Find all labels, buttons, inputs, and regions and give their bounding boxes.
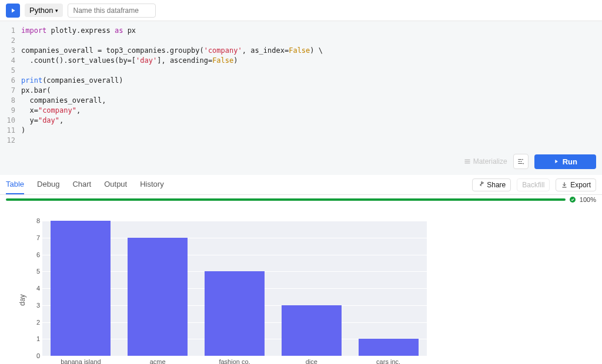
svg-point-5: [523, 163, 524, 164]
code-line: 8 companies_overall,: [0, 96, 602, 106]
line-number: 3: [0, 46, 21, 56]
chart-output: day company 012345678banana islandacmefa…: [0, 204, 602, 364]
code-content: ): [21, 126, 25, 136]
bar[interactable]: [128, 238, 188, 356]
play-icon: [553, 159, 559, 164]
line-number: 9: [0, 106, 21, 116]
language-label: Python: [29, 6, 53, 15]
code-line: 11): [0, 126, 602, 136]
code-content: companies_overall = top3_companies.group…: [21, 46, 323, 56]
export-label: Export: [570, 181, 591, 189]
code-line: 5: [0, 66, 602, 76]
svg-point-3: [522, 159, 523, 160]
y-tick: 7: [32, 234, 40, 241]
line-number: 6: [0, 76, 21, 86]
bar[interactable]: [51, 221, 111, 356]
line-number: 12: [0, 136, 21, 146]
code-content: [21, 66, 25, 76]
success-icon: [569, 196, 576, 203]
code-editor[interactable]: 1import plotly.express as px2 3companies…: [0, 21, 602, 150]
line-number: 8: [0, 96, 21, 106]
materialize-toggle[interactable]: Materialize: [464, 157, 507, 166]
code-content: [21, 36, 25, 46]
run-label: Run: [563, 157, 577, 166]
code-line: 6print(companies_overall): [0, 76, 602, 86]
sliders-icon: [517, 157, 525, 166]
materialize-icon: [464, 158, 471, 165]
dataframe-name-input[interactable]: [68, 4, 156, 18]
chevron-down-icon: ▾: [55, 8, 58, 14]
y-tick: 2: [32, 319, 40, 326]
y-tick: 1: [32, 335, 40, 342]
code-line: 2: [0, 36, 602, 46]
y-tick: 8: [32, 217, 40, 224]
svg-rect-2: [464, 163, 470, 164]
code-content: companies_overall,: [21, 96, 106, 106]
y-tick: 6: [32, 251, 40, 258]
code-content: import plotly.express as px: [21, 26, 136, 36]
code-line: 9 x="company",: [0, 106, 602, 116]
progress-percent: 100%: [580, 196, 596, 203]
y-tick: 3: [32, 302, 40, 309]
progress-bar: [6, 198, 566, 201]
plot-area: [42, 221, 427, 356]
bar-chart[interactable]: day company 012345678banana islandacmefa…: [12, 215, 435, 364]
tab-history[interactable]: History: [140, 175, 163, 194]
line-number: 1: [0, 26, 21, 36]
progress-bar-row: 100%: [0, 195, 602, 204]
code-content: [21, 136, 25, 146]
x-tick: acme: [150, 358, 166, 364]
output-tabs-row: TableDebugChartOutputHistory Share Backf…: [0, 175, 602, 195]
share-icon: [477, 181, 484, 188]
share-button[interactable]: Share: [472, 178, 511, 191]
output-tabs: TableDebugChartOutputHistory: [6, 175, 164, 194]
code-line: 7px.bar(: [0, 86, 602, 96]
code-line: 12: [0, 136, 602, 146]
code-line: 3companies_overall = top3_companies.grou…: [0, 46, 602, 56]
code-line: 1import plotly.express as px: [0, 26, 602, 36]
tab-output[interactable]: Output: [104, 175, 127, 194]
code-content: .count().sort_values(by=['day'], ascendi…: [21, 56, 238, 66]
cell-settings-button[interactable]: [513, 154, 529, 169]
line-number: 4: [0, 56, 21, 66]
line-number: 2: [0, 36, 21, 46]
materialize-label: Materialize: [473, 157, 507, 166]
y-tick: 5: [32, 268, 40, 275]
y-tick: 0: [32, 352, 40, 359]
backfill-button[interactable]: Backfill: [517, 178, 550, 191]
line-number: 11: [0, 126, 21, 136]
tab-table[interactable]: Table: [6, 175, 24, 194]
cell-toolbar: Python ▾: [0, 0, 602, 21]
tab-debug[interactable]: Debug: [37, 175, 59, 194]
export-button[interactable]: Export: [556, 178, 596, 191]
x-tick: dice: [306, 358, 317, 364]
code-line: 10 y="day",: [0, 116, 602, 126]
run-button[interactable]: Run: [534, 154, 596, 169]
line-number: 10: [0, 116, 21, 126]
line-number: 5: [0, 66, 21, 76]
bar[interactable]: [205, 271, 265, 356]
code-line: 4 .count().sort_values(by=['day'], ascen…: [0, 56, 602, 66]
bar[interactable]: [359, 339, 419, 356]
svg-point-4: [520, 161, 521, 162]
execute-button[interactable]: [6, 4, 20, 18]
code-content: print(companies_overall): [21, 76, 123, 86]
y-tick: 4: [32, 285, 40, 292]
backfill-label: Backfill: [522, 181, 544, 189]
x-tick: cars inc.: [376, 358, 400, 364]
code-content: y="day",: [21, 116, 63, 126]
svg-rect-1: [464, 161, 470, 162]
y-axis-label: day: [18, 294, 26, 305]
gridline: [42, 356, 427, 356]
bar[interactable]: [282, 305, 342, 356]
cell-controls: Materialize Run: [0, 150, 602, 175]
language-select[interactable]: Python ▾: [25, 4, 63, 17]
code-content: x="company",: [21, 106, 81, 116]
line-number: 7: [0, 86, 21, 96]
x-tick: fashion co.: [219, 358, 250, 364]
output-actions: Share Backfill Export: [472, 178, 596, 191]
share-label: Share: [487, 181, 506, 189]
play-icon: [9, 7, 16, 14]
tab-chart[interactable]: Chart: [72, 175, 91, 194]
code-content: px.bar(: [21, 86, 51, 96]
